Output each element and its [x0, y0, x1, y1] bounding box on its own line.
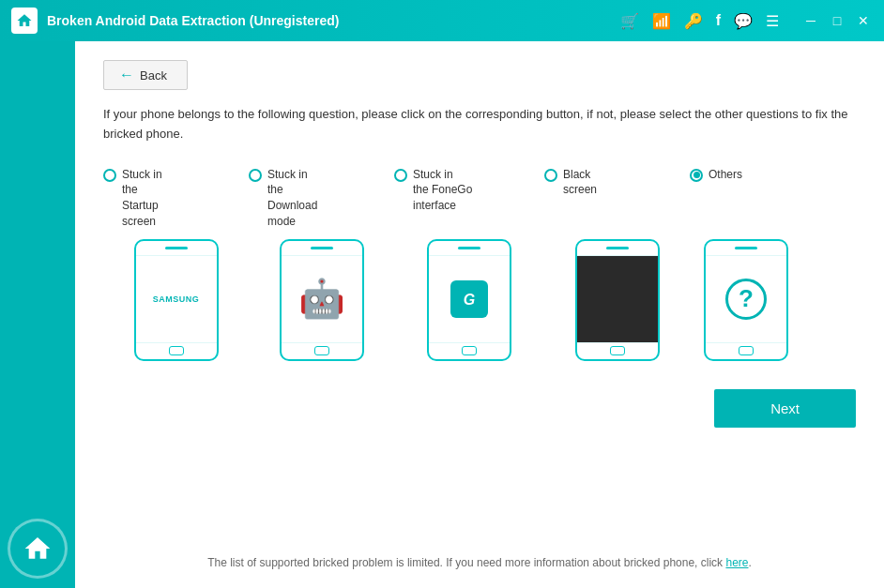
- speaker-4: [606, 247, 629, 249]
- phone-top-5: [706, 241, 786, 256]
- option-download-mode[interactable]: Stuck intheDownloadmode: [249, 167, 394, 230]
- phones-row: SAMSUNG 🤖: [103, 239, 856, 361]
- option-fonego[interactable]: Stuck inthe FoneGointerface: [394, 167, 544, 214]
- radio-startup[interactable]: [103, 169, 116, 182]
- options-row: Stuck intheStartupscreen Stuck intheDown…: [103, 167, 856, 230]
- phone-device-4: [575, 239, 660, 361]
- option-startup-label: Stuck intheStartupscreen: [122, 167, 162, 230]
- phone-device-1: SAMSUNG: [134, 239, 219, 361]
- option-startup-screen[interactable]: Stuck intheStartupscreen: [103, 167, 249, 230]
- phone-device-5: ?: [704, 239, 788, 361]
- option-others[interactable]: Others: [690, 167, 802, 183]
- home-circle-button[interactable]: [8, 519, 68, 579]
- titlebar-icons: 🛒 📶 🔑 f 💬 ☰ ─ □ ✕: [620, 11, 873, 30]
- content-area: ← Back If your phone belongs to the foll…: [75, 41, 884, 588]
- phone-top-4: [577, 241, 658, 256]
- svg-text:G: G: [464, 292, 475, 308]
- menu-icon[interactable]: ☰: [766, 12, 779, 30]
- facebook-icon[interactable]: f: [716, 12, 721, 29]
- option-fonego-label: Stuck inthe FoneGointerface: [413, 167, 472, 214]
- phone-others: ?: [690, 239, 802, 361]
- titlebar-left: Broken Android Data Extraction (Unregist…: [11, 8, 339, 34]
- footer-prefix: The list of supported bricked problem is…: [207, 556, 725, 569]
- sidebar: [0, 41, 75, 588]
- phone-top-2: [282, 241, 362, 256]
- question-icon: ?: [725, 279, 767, 320]
- app-logo: [11, 8, 38, 34]
- screen-3: G: [429, 256, 510, 342]
- radio-black[interactable]: [544, 169, 557, 182]
- phone-top-1: [136, 241, 217, 256]
- home-btn-2: [314, 346, 329, 355]
- phone-fonego: G: [394, 239, 544, 361]
- screen-5: ?: [706, 256, 786, 342]
- home-btn-5: [739, 346, 754, 355]
- footer-link[interactable]: here: [725, 556, 748, 569]
- titlebar: Broken Android Data Extraction (Unregist…: [0, 0, 884, 41]
- footer-text: The list of supported bricked problem is…: [103, 556, 856, 569]
- screen-2: 🤖: [282, 256, 362, 342]
- chat-icon[interactable]: 💬: [734, 12, 753, 30]
- option-others-label: Others: [709, 167, 742, 183]
- next-button-row: Next: [103, 389, 856, 428]
- phone-black: [544, 239, 690, 361]
- fonego-logo: G: [450, 280, 488, 318]
- phone-startup: SAMSUNG: [103, 239, 249, 361]
- option-black-screen[interactable]: Blackscreen: [544, 167, 690, 199]
- radio-fonego[interactable]: [394, 169, 407, 182]
- speaker-1: [165, 247, 188, 249]
- option-black-label: Blackscreen: [563, 167, 597, 199]
- window-controls: ─ □ ✕: [801, 11, 873, 30]
- back-label: Back: [140, 68, 167, 83]
- phone-bottom-4: [577, 342, 658, 359]
- phone-device-2: 🤖: [280, 239, 364, 361]
- back-arrow-icon: ←: [119, 67, 134, 83]
- phone-download: 🤖: [249, 239, 394, 361]
- maximize-button[interactable]: □: [828, 11, 846, 30]
- cart-icon[interactable]: 🛒: [620, 12, 639, 30]
- android-robot-icon: 🤖: [298, 277, 345, 321]
- phone-device-3: G: [427, 239, 511, 361]
- next-button[interactable]: Next: [714, 389, 856, 428]
- speaker-3: [458, 247, 480, 249]
- home-btn-3: [462, 346, 477, 355]
- radio-others[interactable]: [690, 169, 703, 182]
- home-btn-1: [169, 346, 184, 355]
- app-title: Broken Android Data Extraction (Unregist…: [47, 13, 339, 28]
- radio-download[interactable]: [249, 169, 262, 182]
- minimize-button[interactable]: ─: [801, 11, 820, 30]
- footer-suffix: .: [748, 556, 751, 569]
- speaker-5: [735, 247, 757, 249]
- instruction-text: If your phone belongs to the following q…: [103, 105, 856, 144]
- radio-others-fill: [693, 172, 700, 178]
- screen-4-black: [577, 256, 658, 342]
- main-area: ← Back If your phone belongs to the foll…: [0, 41, 884, 588]
- screen-1: SAMSUNG: [136, 256, 217, 342]
- key-icon: 🔑: [684, 12, 703, 30]
- option-download-label: Stuck intheDownloadmode: [267, 167, 317, 230]
- wifi-icon: 📶: [652, 12, 671, 30]
- phone-bottom-1: [136, 342, 217, 359]
- back-button[interactable]: ← Back: [103, 60, 188, 90]
- close-button[interactable]: ✕: [854, 11, 873, 30]
- phone-top-3: [429, 241, 510, 256]
- samsung-logo: SAMSUNG: [153, 294, 200, 304]
- speaker-2: [311, 247, 333, 249]
- phone-bottom-5: [706, 342, 786, 359]
- phone-bottom-3: [429, 342, 510, 359]
- home-btn-4: [610, 346, 625, 355]
- phone-bottom-2: [282, 342, 362, 359]
